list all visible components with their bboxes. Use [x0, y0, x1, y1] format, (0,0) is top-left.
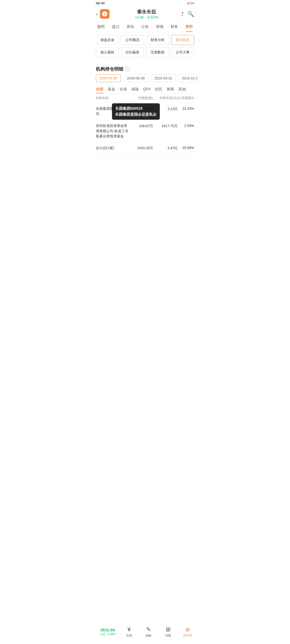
help-icon[interactable]: ? [125, 67, 130, 72]
filter-baoxian[interactable]: 保险 [131, 85, 139, 93]
total-value: 3.47亿 [153, 146, 178, 151]
date-tab-2[interactable]: 2020-06-30 [124, 74, 148, 82]
filter-fund[interactable]: 基金 [108, 85, 115, 93]
nav-tabs: 股吧 盘口 资讯 公告 研报 财务 资料 [93, 22, 197, 32]
cat-dashi[interactable]: 公司大事 [171, 47, 194, 57]
section-title: 机构持仓明细 [96, 66, 123, 72]
tab-guba[interactable]: 股吧 [94, 22, 108, 32]
row1-name: 长园集团股份有限公司 长园集团600525 长园集团是国企还是私企 [96, 106, 129, 116]
tab-caiwu[interactable]: 财务 [167, 22, 182, 32]
filter-shebao[interactable]: 社保 [119, 85, 127, 93]
filter-tabs: 全部 基金 社保 保险 QFII 信托 券商 其他 [93, 85, 197, 94]
filter-qita[interactable]: 其他 [178, 85, 186, 93]
stock-title: 泰永长征 10.98 -4.52% [112, 9, 181, 19]
cat-gubengudong[interactable]: 股本股东 [171, 35, 194, 45]
date-tabs: 2020-09-30 2020-06-30 2020-03-31 2019-12… [93, 74, 197, 82]
tab-yanbao[interactable]: 研报 [152, 22, 167, 32]
tab-gonggao[interactable]: 公告 [138, 22, 153, 32]
status-bar: HD 4G 12:24 [93, 0, 197, 6]
back-button[interactable]: ‹ [96, 11, 98, 17]
row2-name: 深圳狄道投资基金管理有限公司-狄道三号私募证券投资基金 [96, 123, 129, 139]
row2-value: 3417.75万 [153, 123, 178, 129]
tooltip-line2: 长园集团是国企还是私企 [115, 111, 157, 117]
table-row: 深圳狄道投资基金管理有限公司-狄道三号私募证券投资基金 238.67万 3417… [96, 120, 194, 142]
tooltip-line1: 长园集团600525 [115, 105, 157, 111]
search-icon[interactable]: 🔍 [187, 11, 194, 17]
col-header-ratio: 占流通股比 [178, 96, 194, 100]
stock-price-line: 10.98 -4.52% [112, 15, 181, 19]
total-ratio: 25.88% [178, 146, 194, 151]
filter-all[interactable]: 全部 [96, 85, 103, 93]
row1-ratio: 23.33% [178, 106, 194, 111]
app-logo [100, 9, 110, 19]
header-actions: ⤴ 🔍 [181, 11, 194, 17]
cat-caopan[interactable]: 操盘必读 [96, 35, 119, 45]
cat-gongsi[interactable]: 公司概况 [121, 35, 144, 45]
row2-shares: 238.67万 [129, 123, 153, 129]
col-header-name: 机构名称 [96, 96, 129, 100]
tab-pankou[interactable]: 盘口 [108, 22, 123, 32]
section-header: 机构持仓明细 ? [93, 62, 197, 74]
filter-xintuo[interactable]: 信托 [155, 85, 162, 93]
category-row-1: 操盘必读 公司概况 财务分析 股本股东 [96, 35, 194, 45]
floating-tooltip: 长园集团600525 长园集团是国企还是私企 [112, 103, 160, 120]
share-icon[interactable]: ⤴ [181, 11, 184, 17]
holdings-table: 机构名称 持股数(股) 持股市值(元) 占流通股比 长园集团股份有限公司 长园集… [93, 94, 197, 154]
cat-fenghong[interactable]: 分红融资 [121, 47, 144, 57]
table-row: 长园集团股份有限公司 长园集团600525 长园集团是国企还是私企 2181.6… [96, 103, 194, 120]
category-section: 操盘必读 公司概况 财务分析 股本股东 核心题材 分红融资 交易数据 公司大事 [93, 32, 197, 62]
cat-caiwufenxi[interactable]: 财务分析 [146, 35, 169, 45]
date-tab-4[interactable]: 2019-12-3 [179, 74, 198, 82]
filter-quanshang[interactable]: 券商 [166, 85, 174, 93]
col-header-value: 持股市值(元) [153, 96, 178, 100]
stock-change: -4.52% [146, 15, 158, 19]
category-row-2: 核心题材 分红融资 交易数据 公司大事 [96, 47, 194, 57]
tab-zixun[interactable]: 资讯 [123, 22, 138, 32]
filter-qfii[interactable]: QFII [143, 85, 150, 93]
stock-name: 泰永长征 [112, 9, 181, 15]
row2-ratio: 2.55% [178, 123, 194, 128]
status-right: 12:24 [187, 2, 194, 5]
status-left: HD 4G [96, 2, 105, 5]
stock-price: 10.98 [135, 15, 144, 19]
app-header: ‹ 泰永长征 10.98 -4.52% ⤴ 🔍 [93, 6, 197, 22]
total-shares: 2420.29万 [129, 146, 153, 151]
time-display: 12:24 [187, 2, 194, 5]
total-label: 合计(共2家) [96, 146, 129, 151]
total-row: 合计(共2家) 2420.29万 3.47亿 25.88% [96, 142, 194, 154]
table-header: 机构名称 持股数(股) 持股市值(元) 占流通股比 [96, 94, 194, 103]
cat-hexin[interactable]: 核心题材 [96, 47, 119, 57]
col-header-shares: 持股数(股) [129, 96, 153, 100]
tooltip-container: 长园集团股份有限公司 长园集团600525 长园集团是国企还是私企 [96, 106, 129, 116]
date-tab-3[interactable]: 2020-03-31 [151, 74, 176, 82]
date-tab-1[interactable]: 2020-09-30 [96, 74, 121, 82]
cat-jiaoyi[interactable]: 交易数据 [146, 47, 169, 57]
tab-ziliao[interactable]: 资料 [182, 22, 196, 32]
